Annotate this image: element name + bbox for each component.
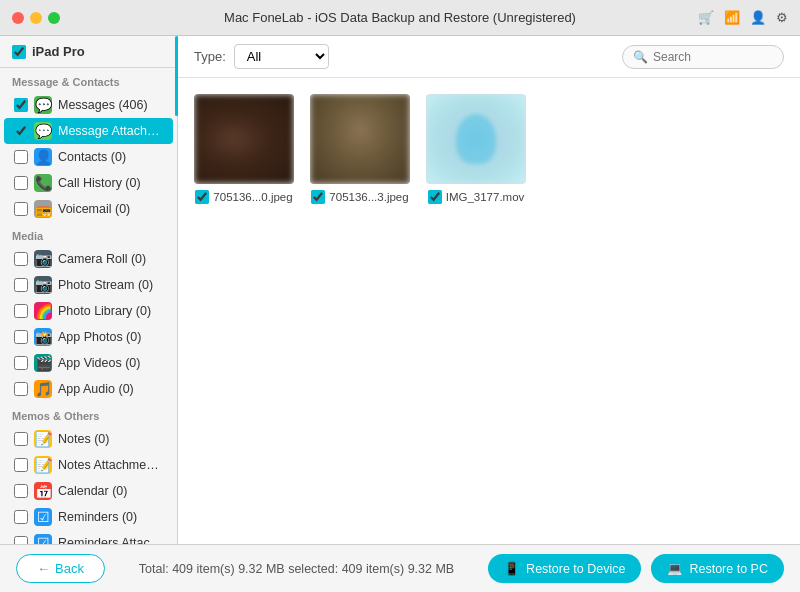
sidebar-item-contacts[interactable]: 👤 Contacts (0) xyxy=(4,144,173,170)
app-photos-label: App Photos (0) xyxy=(58,330,163,344)
file-checkbox[interactable] xyxy=(311,190,325,204)
back-arrow-icon: ← xyxy=(37,561,50,576)
sidebar-item-app-audio[interactable]: 🎵 App Audio (0) xyxy=(4,376,173,402)
messages-label: Messages (406) xyxy=(58,98,163,112)
notes-attachments-checkbox[interactable] xyxy=(14,458,28,472)
voicemail-checkbox[interactable] xyxy=(14,202,28,216)
minimize-button[interactable] xyxy=(30,12,42,24)
notes-attachments-label: Notes Attachments (0) xyxy=(58,458,163,472)
close-button[interactable] xyxy=(12,12,24,24)
app-photos-icon: 📸 xyxy=(34,328,52,346)
calendar-label: Calendar (0) xyxy=(58,484,163,498)
file-item[interactable]: 705136...0.jpeg xyxy=(194,94,294,204)
notes-checkbox[interactable] xyxy=(14,432,28,446)
reminders-attachments-label: Reminders Attachme... xyxy=(58,536,163,544)
sidebar-item-reminders[interactable]: ☑ Reminders (0) xyxy=(4,504,173,530)
maximize-button[interactable] xyxy=(48,12,60,24)
call-history-icon: 📞 xyxy=(34,174,52,192)
app-videos-label: App Videos (0) xyxy=(58,356,163,370)
sidebar: iPad Pro Message & Contacts 💬 Messages (… xyxy=(0,36,178,544)
device-checkbox[interactable] xyxy=(12,45,26,59)
window-title: Mac FoneLab - iOS Data Backup and Restor… xyxy=(224,10,576,25)
title-icons: 🛒 📶 👤 ⚙ xyxy=(698,10,788,25)
search-icon: 🔍 xyxy=(633,50,648,64)
camera-roll-label: Camera Roll (0) xyxy=(58,252,163,266)
section-header-messages: Message & Contacts xyxy=(0,68,177,92)
back-button[interactable]: ← Back xyxy=(16,554,105,583)
restore-pc-label: Restore to PC xyxy=(689,562,768,576)
file-label-row: 705136...0.jpeg xyxy=(195,190,292,204)
sidebar-item-photo-stream[interactable]: 📷 Photo Stream (0) xyxy=(4,272,173,298)
restore-to-device-button[interactable]: 📱 Restore to Device xyxy=(488,554,641,583)
content-area: Type: All Images Videos Audio 🔍 xyxy=(178,36,800,544)
content-toolbar: Type: All Images Videos Audio 🔍 xyxy=(178,36,800,78)
reminders-icon: ☑ xyxy=(34,508,52,526)
sidebar-item-call-history[interactable]: 📞 Call History (0) xyxy=(4,170,173,196)
type-label: Type: xyxy=(194,49,226,64)
reminders-attachments-checkbox[interactable] xyxy=(14,536,28,544)
sidebar-item-app-videos[interactable]: 🎬 App Videos (0) xyxy=(4,350,173,376)
action-buttons: 📱 Restore to Device 💻 Restore to PC xyxy=(488,554,784,583)
user-icon: 👤 xyxy=(750,10,766,25)
file-grid: 705136...0.jpeg 705136...3.jpeg xyxy=(178,78,800,544)
settings-icon: ⚙ xyxy=(776,10,788,25)
device-row: iPad Pro xyxy=(0,36,177,68)
app-videos-icon: 🎬 xyxy=(34,354,52,372)
sidebar-scroll-indicator xyxy=(175,36,178,116)
camera-roll-icon: 📷 xyxy=(34,250,52,268)
call-history-checkbox[interactable] xyxy=(14,176,28,190)
voicemail-icon: 📻 xyxy=(34,200,52,218)
file-name: IMG_3177.mov xyxy=(446,191,525,203)
title-bar: Mac FoneLab - iOS Data Backup and Restor… xyxy=(0,0,800,36)
camera-roll-checkbox[interactable] xyxy=(14,252,28,266)
restore-device-label: Restore to Device xyxy=(526,562,625,576)
call-history-label: Call History (0) xyxy=(58,176,163,190)
status-text: Total: 409 item(s) 9.32 MB selected: 409… xyxy=(139,562,454,576)
search-input[interactable] xyxy=(653,50,773,64)
sidebar-item-notes[interactable]: 📝 Notes (0) xyxy=(4,426,173,452)
notes-attachments-icon: 📝 xyxy=(34,456,52,474)
reminders-checkbox[interactable] xyxy=(14,510,28,524)
cart-icon: 🛒 xyxy=(698,10,714,25)
back-label: Back xyxy=(55,561,84,576)
file-name: 705136...3.jpeg xyxy=(329,191,408,203)
sidebar-item-calendar[interactable]: 📅 Calendar (0) xyxy=(4,478,173,504)
app-audio-label: App Audio (0) xyxy=(58,382,163,396)
contacts-icon: 👤 xyxy=(34,148,52,166)
messages-icon: 💬 xyxy=(34,96,52,114)
notes-label: Notes (0) xyxy=(58,432,163,446)
sidebar-item-photo-library[interactable]: 🌈 Photo Library (0) xyxy=(4,298,173,324)
app-videos-checkbox[interactable] xyxy=(14,356,28,370)
photo-stream-checkbox[interactable] xyxy=(14,278,28,292)
app-photos-checkbox[interactable] xyxy=(14,330,28,344)
photo-stream-label: Photo Stream (0) xyxy=(58,278,163,292)
messages-checkbox[interactable] xyxy=(14,98,28,112)
sidebar-item-app-photos[interactable]: 📸 App Photos (0) xyxy=(4,324,173,350)
file-name: 705136...0.jpeg xyxy=(213,191,292,203)
notes-icon: 📝 xyxy=(34,430,52,448)
file-checkbox[interactable] xyxy=(428,190,442,204)
file-item[interactable]: 705136...3.jpeg xyxy=(310,94,410,204)
sidebar-item-messages[interactable]: 💬 Messages (406) xyxy=(4,92,173,118)
message-attachments-checkbox[interactable] xyxy=(14,124,28,138)
sidebar-item-reminders-attachments[interactable]: ☑ Reminders Attachme... xyxy=(4,530,173,544)
sidebar-item-camera-roll[interactable]: 📷 Camera Roll (0) xyxy=(4,246,173,272)
photo-library-checkbox[interactable] xyxy=(14,304,28,318)
wifi-icon: 📶 xyxy=(724,10,740,25)
restore-to-pc-button[interactable]: 💻 Restore to PC xyxy=(651,554,784,583)
file-item[interactable]: IMG_3177.mov xyxy=(426,94,526,204)
photo-stream-icon: 📷 xyxy=(34,276,52,294)
app-audio-checkbox[interactable] xyxy=(14,382,28,396)
section-header-media: Media xyxy=(0,222,177,246)
sidebar-item-voicemail[interactable]: 📻 Voicemail (0) xyxy=(4,196,173,222)
file-checkbox[interactable] xyxy=(195,190,209,204)
sidebar-item-notes-attachments[interactable]: 📝 Notes Attachments (0) xyxy=(4,452,173,478)
reminders-attachments-icon: ☑ xyxy=(34,534,52,544)
file-thumbnail xyxy=(426,94,526,184)
sidebar-item-message-attachments[interactable]: 💬 Message Attachment... xyxy=(4,118,173,144)
message-attachments-icon: 💬 xyxy=(34,122,52,140)
calendar-checkbox[interactable] xyxy=(14,484,28,498)
type-select[interactable]: All Images Videos Audio xyxy=(234,44,329,69)
contacts-checkbox[interactable] xyxy=(14,150,28,164)
file-label-row: 705136...3.jpeg xyxy=(311,190,408,204)
